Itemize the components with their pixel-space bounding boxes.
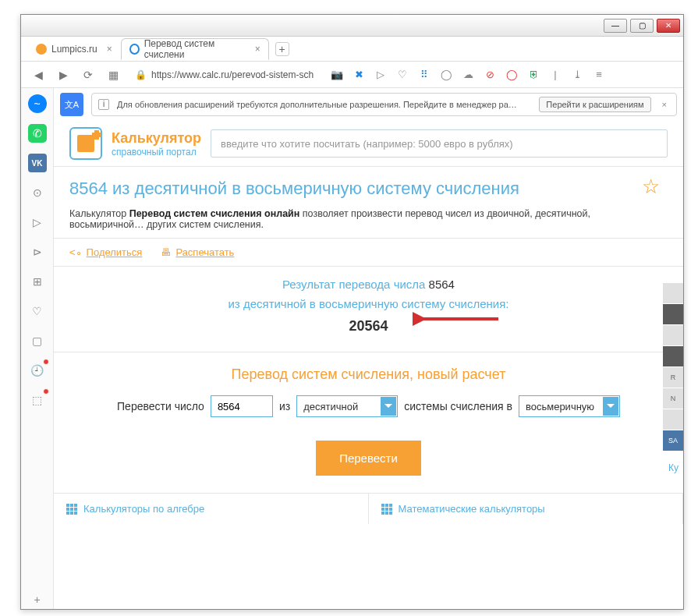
goto-extensions-button[interactable]: Перейти к расширениям <box>539 97 650 112</box>
play-icon[interactable]: ▷ <box>374 68 388 82</box>
translate-button[interactable]: 文A <box>60 93 83 116</box>
tab-lumpics[interactable]: Lumpics.ru × <box>27 38 121 60</box>
tab-row: Lumpics.ru × Перевод систем счислени × + <box>21 37 683 62</box>
convert-button[interactable]: Перевести <box>316 441 421 476</box>
category-algebra[interactable]: Калькуляторы по алгебре <box>54 494 369 524</box>
side-swatch[interactable] <box>663 346 683 366</box>
address-bar: ◀ ▶ ⟳ ▦ 🔒 https://www.calc.ru/perevod-si… <box>21 62 683 88</box>
tab-close-icon[interactable]: × <box>107 44 112 55</box>
page-title: 8564 из десятичной в восьмеричную систем… <box>69 178 668 200</box>
lock-icon: 🔒 <box>135 69 147 80</box>
send-icon[interactable]: ⊳ <box>28 243 47 261</box>
camera-icon[interactable]: 📷 <box>330 68 344 82</box>
to-option: восьмеричную <box>526 401 594 412</box>
url-box[interactable]: 🔒 https://www.calc.ru/perevod-sistem-sch <box>129 65 324 85</box>
titlebar: — ▢ ✕ <box>21 15 683 37</box>
from-base-select[interactable]: десятичной <box>296 395 398 417</box>
favicon-icon <box>36 44 47 55</box>
side-swatch[interactable]: R <box>663 367 683 388</box>
from-option: десятичной <box>303 401 358 412</box>
description: Калькулятор Перевод систем счисления онл… <box>54 205 683 239</box>
side-swatch[interactable] <box>663 283 683 303</box>
site-logo[interactable] <box>69 127 102 160</box>
heart-icon[interactable]: ♡ <box>395 68 409 82</box>
heart-icon[interactable]: ♡ <box>28 302 47 320</box>
result-value: 20564 <box>69 314 668 338</box>
play-icon[interactable]: ▷ <box>28 213 47 232</box>
print-button[interactable]: 🖶 Распечатать <box>161 246 234 258</box>
tab-label: Lumpics.ru <box>51 44 97 55</box>
number-input[interactable] <box>211 395 273 417</box>
arrow-annotation <box>413 310 506 328</box>
history-icon[interactable]: ⊙ <box>28 183 47 202</box>
apps-icon[interactable]: ⊞ <box>28 272 47 291</box>
favorite-star-icon[interactable]: ☆ <box>642 175 660 199</box>
side-swatch[interactable] <box>663 325 683 345</box>
tab-close-icon[interactable]: × <box>255 44 260 55</box>
brand-title: Калькулятор <box>112 130 201 147</box>
categories: Калькуляторы по алгебре Математические к… <box>54 493 683 524</box>
clock-icon[interactable]: 🕘 <box>28 361 47 380</box>
label-from: из <box>279 400 290 412</box>
grid-icon <box>381 504 392 515</box>
download-icon[interactable]: ⤓ <box>570 68 584 82</box>
result-input-number: 8564 <box>429 278 455 291</box>
back-button[interactable]: ◀ <box>29 65 48 84</box>
divider: | <box>548 68 562 82</box>
messenger-icon[interactable]: ~ <box>28 94 47 113</box>
shield-green-icon[interactable]: ⛨ <box>526 68 540 82</box>
tab-label: Перевод систем счислени <box>144 38 246 60</box>
grid-icon <box>66 504 77 515</box>
tab-calc[interactable]: Перевод систем счислени × <box>121 38 269 60</box>
add-sidebar-button[interactable]: + <box>28 590 47 609</box>
search-placeholder: введите что хотите посчитать (например: … <box>221 138 513 150</box>
share-button[interactable]: <∘ Поделиться <box>69 246 142 258</box>
cube-icon[interactable]: ⬚ <box>28 391 47 409</box>
form-row: Перевести число из десятичной системы сч… <box>54 395 683 433</box>
shield-blue-icon[interactable]: ✖ <box>352 68 366 82</box>
share-icon: <∘ <box>69 246 82 258</box>
side-swatch[interactable]: SA <box>663 430 683 451</box>
site-search-input[interactable]: введите что хотите посчитать (например: … <box>211 129 668 158</box>
notice-close-icon[interactable]: × <box>659 100 670 109</box>
new-tab-button[interactable]: + <box>275 42 289 56</box>
minimize-button[interactable]: — <box>604 19 627 33</box>
reload-button[interactable]: ⟳ <box>79 65 97 84</box>
sidebar: ~ ✆ VK ⊙ ▷ ⊳ ⊞ ♡ ▢ 🕘 ⬚ + <box>21 88 54 609</box>
page: Калькулятор справочный портал введите чт… <box>54 121 683 524</box>
maximize-button[interactable]: ▢ <box>630 19 654 33</box>
category-math[interactable]: Математические калькуляторы <box>369 494 684 524</box>
browser-window: — ▢ ✕ Lumpics.ru × Перевод систем счисле… <box>20 14 684 610</box>
result-line1a: Результат перевода числа <box>282 278 429 291</box>
category-label: Калькуляторы по алгебре <box>83 503 204 515</box>
forward-button[interactable]: ▶ <box>54 65 73 84</box>
whatsapp-icon[interactable]: ✆ <box>28 124 47 143</box>
right-side-strip: R N SA <box>663 283 683 451</box>
ring-icon[interactable]: ◯ <box>439 68 453 82</box>
side-swatch[interactable]: N <box>663 388 683 409</box>
close-button[interactable]: ✕ <box>657 19 680 33</box>
bookmark-icon[interactable]: ▢ <box>28 331 47 350</box>
speed-dial-button[interactable]: ▦ <box>104 65 122 84</box>
side-link[interactable]: Ку <box>668 462 679 473</box>
notice-text: Для обновления расширений требуются допо… <box>117 100 531 109</box>
menu-icon[interactable]: ≡ <box>592 68 606 82</box>
title-block: 8564 из десятичной в восьмеричную систем… <box>54 167 683 205</box>
extension-notice: i Для обновления расширений требуются до… <box>91 93 677 116</box>
desc-prefix: Калькулятор <box>69 208 129 219</box>
side-swatch[interactable] <box>663 304 683 324</box>
desc-bold: Перевод систем счисления онлайн <box>129 208 300 219</box>
block-icon[interactable]: ⊘ <box>483 68 497 82</box>
label-number: Перевести число <box>117 400 204 412</box>
vk-icon[interactable]: VK <box>28 154 47 172</box>
to-base-select[interactable]: восьмеричную <box>519 395 620 417</box>
submit-row: Перевести <box>54 433 683 493</box>
actions-row: <∘ Поделиться 🖶 Распечатать <box>54 239 683 267</box>
label-mid: системы счисления в <box>404 400 512 412</box>
category-label: Математические калькуляторы <box>399 503 545 515</box>
side-swatch[interactable] <box>663 409 683 430</box>
translate-icon[interactable]: ⠿ <box>417 68 431 82</box>
cloud-icon[interactable]: ☁ <box>461 68 475 82</box>
brand-subtitle: справочный портал <box>112 147 201 158</box>
opera-icon[interactable]: ◯ <box>505 68 519 82</box>
